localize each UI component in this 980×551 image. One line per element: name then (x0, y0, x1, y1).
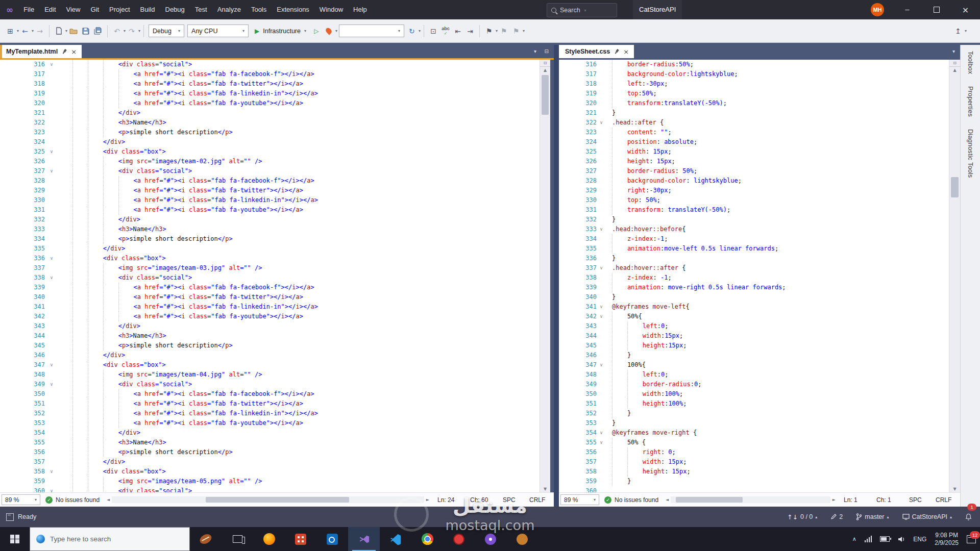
code-line[interactable]: 338∨<div class="social"> (0, 273, 540, 283)
scrollbar-thumb[interactable] (542, 75, 549, 115)
menu-item-git[interactable]: Git (85, 0, 104, 19)
tab-mytemplate[interactable]: MyTemplate.html × (0, 45, 82, 58)
navigate-forward-button[interactable]: → (34, 24, 45, 38)
code-line[interactable]: 321} (559, 108, 949, 118)
save-all-button[interactable] (92, 24, 104, 38)
horizontal-scrollbar[interactable]: ◄ ► (664, 493, 838, 507)
code-line[interactable]: 320transform:translateY(-50%); (559, 98, 949, 108)
code-line[interactable]: 337<img src="images/team-03.jpg" alt="" … (0, 263, 540, 273)
code-line[interactable]: 318left:-30px; (559, 79, 949, 89)
rail-tab-toolbox[interactable]: Toolbox (967, 51, 974, 74)
open-file-button[interactable] (68, 24, 79, 38)
code-line[interactable]: 354</div> (0, 428, 540, 438)
next-bookmark-button[interactable]: ⚑ (510, 24, 522, 38)
menu-item-edit[interactable]: Edit (39, 0, 61, 19)
fold-chevron-icon[interactable]: ∨ (597, 302, 606, 312)
code-line[interactable]: 341<a href="#"><i class="fab fa-linkedin… (0, 302, 540, 312)
search-box[interactable]: Search ▾ (547, 3, 617, 17)
line-indicator[interactable]: Ln: 24 (431, 496, 464, 504)
taskbar-app-football[interactable] (190, 527, 222, 551)
start-button[interactable] (0, 527, 30, 551)
indent-increase-button[interactable]: ⇥ (464, 24, 476, 38)
code-line[interactable]: 319top:50%; (559, 89, 949, 98)
code-line[interactable]: 324</div> (0, 137, 540, 147)
code-line[interactable]: 358height: 15px; (559, 467, 949, 477)
scroll-down-icon[interactable]: ▼ (540, 486, 550, 492)
scroll-down-icon[interactable]: ▼ (949, 486, 960, 492)
split-grip-icon[interactable]: ⊟ (949, 60, 960, 67)
prev-bookmark-button[interactable]: ⚑ (498, 24, 509, 38)
document-health[interactable]: ✓ No issues found (45, 496, 100, 504)
code-line[interactable]: 344<h3>Name</h3> (0, 331, 540, 341)
undo-button[interactable]: ↶ (111, 24, 122, 38)
code-line[interactable]: 321</div> (0, 108, 540, 118)
fold-chevron-icon[interactable]: ∨ (45, 254, 58, 263)
code-line[interactable]: 342∨50%{ (559, 312, 949, 321)
chevron-down-icon[interactable]: ▾ (138, 29, 140, 33)
menu-item-view[interactable]: View (61, 0, 86, 19)
code-line[interactable]: 343left:0; (559, 321, 949, 331)
menu-item-debug[interactable]: Debug (160, 0, 190, 19)
column-indicator[interactable]: Ch: 60 (464, 496, 497, 504)
column-indicator[interactable]: Ch: 1 (870, 496, 903, 504)
code-line[interactable]: 351<a href="#"><i class="fab fa-twitter"… (0, 399, 540, 409)
code-line[interactable]: 339<a href="#"><i class="fab fa-facebook… (0, 283, 540, 292)
code-line[interactable]: 326<img src="images/team-02.jpg" alt="" … (0, 157, 540, 166)
chevron-down-icon[interactable]: ▾ (523, 29, 525, 33)
chevron-down-icon[interactable]: ▾ (124, 29, 126, 33)
code-line[interactable]: 360∨<div class="social"> (0, 486, 540, 492)
eol-indicator[interactable]: CRLF (929, 496, 960, 504)
code-line[interactable]: 325∨<div class="box"> (0, 147, 540, 157)
code-line[interactable]: 328background-color: lightskyblue; (559, 176, 949, 186)
add-window-button[interactable]: ⊞ (5, 24, 16, 38)
platform-dropdown[interactable]: Any CPU ▾ (187, 24, 249, 37)
code-line[interactable]: 350<a href="#"><i class="fab fa-facebook… (0, 389, 540, 399)
save-button[interactable] (80, 24, 91, 38)
configuration-dropdown[interactable]: Debug ▾ (149, 24, 184, 37)
code-line[interactable]: 330top: 50%; (559, 195, 949, 205)
fold-chevron-icon[interactable]: ∨ (597, 360, 606, 370)
spaces-indicator[interactable]: SPC (497, 496, 523, 504)
document-health[interactable]: ✓ No issues found (604, 496, 658, 504)
code-line[interactable]: 348left:0; (559, 370, 949, 380)
code-line[interactable]: 324position: absolute; (559, 137, 949, 147)
tab-list-chevron-icon[interactable]: ▾ (534, 48, 536, 54)
code-line[interactable]: 336∨<div class="box"> (0, 254, 540, 263)
code-line[interactable]: 317<a href="#"><i class="fab fa-facebook… (0, 69, 540, 79)
code-line[interactable]: 349border-radius:0; (559, 380, 949, 389)
code-line[interactable]: 332} (559, 215, 949, 224)
code-line[interactable]: 334<p>simple short description</p> (0, 234, 540, 244)
chevron-down-icon[interactable]: ▾ (496, 29, 498, 33)
navigate-back-button[interactable]: ← (19, 24, 31, 38)
code-line[interactable]: 319<a href="#"><i class="fab fa-linkedin… (0, 89, 540, 98)
code-line[interactable]: 359<img src="images/team-05.png" alt="" … (0, 477, 540, 486)
new-file-button[interactable] (53, 24, 64, 38)
fold-chevron-icon[interactable]: ∨ (597, 263, 606, 273)
menu-item-tools[interactable]: Tools (246, 0, 272, 19)
statusbar-pending-edits[interactable]: 2 (830, 507, 843, 527)
code-line[interactable]: 328<a href="#"><i class="fab fa-facebook… (0, 176, 540, 186)
code-line[interactable]: 346} (559, 350, 949, 360)
code-line[interactable]: 318<a href="#"><i class="fab fa-twitter"… (0, 79, 540, 89)
line-indicator[interactable]: Ln: 1 (838, 496, 870, 504)
avatar[interactable]: MH (871, 3, 884, 16)
code-line[interactable]: 360 (559, 486, 949, 492)
menu-item-window[interactable]: Window (314, 0, 348, 19)
scroll-up-icon[interactable]: ▲ (949, 67, 960, 73)
statusbar-project[interactable]: CatStoreAPI ▴ (902, 507, 952, 527)
start-debugging-button[interactable]: ▶ Infrastructure ▾ (250, 24, 310, 38)
taskbar-app-grid[interactable] (285, 527, 316, 551)
code-line[interactable]: 340} (559, 292, 949, 302)
rail-tab-diagnostic-tools[interactable]: Diagnostic Tools (967, 129, 974, 178)
code-line[interactable]: 331transform: translateY(-50%); (559, 205, 949, 215)
code-line[interactable]: 356<p>simple short description</p> (0, 447, 540, 457)
fold-chevron-icon[interactable]: ∨ (45, 467, 58, 477)
code-line[interactable]: 344width:15px; (559, 331, 949, 341)
menu-item-help[interactable]: Help (348, 0, 372, 19)
chevron-down-icon[interactable]: ▾ (335, 29, 337, 33)
code-line[interactable]: 356right: 0; (559, 447, 949, 457)
code-line[interactable]: 333∨.head:hover::before{ (559, 224, 949, 234)
taskbar-app-vscode[interactable] (380, 527, 411, 551)
code-line[interactable]: 342<a href="#"><i class="fab fa-youtube"… (0, 312, 540, 321)
toolbar-overflow-chevron-icon[interactable]: ▾ (965, 29, 967, 33)
